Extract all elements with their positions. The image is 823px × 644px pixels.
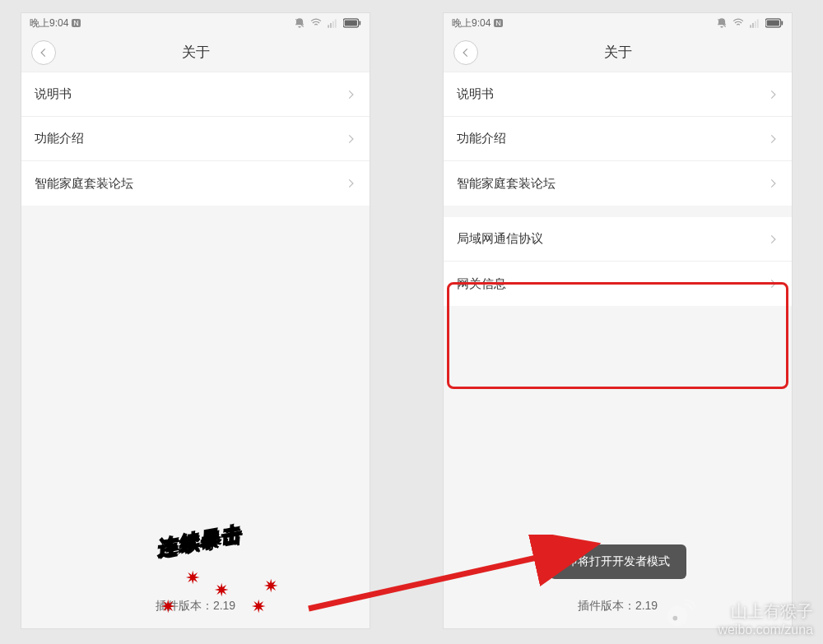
svg-rect-3 xyxy=(332,21,334,28)
row-label: 说明书 xyxy=(457,86,494,102)
wifi-icon xyxy=(732,17,744,29)
dnd-icon xyxy=(716,17,728,29)
list-group-1: 说明书 功能介绍 智能家庭套装论坛 xyxy=(444,72,792,206)
svg-rect-15 xyxy=(781,21,783,25)
row-lan-protocol[interactable]: 局域网通信协议 xyxy=(444,217,792,262)
burst-icon: ✷ xyxy=(160,596,175,618)
watermark: 山上有猴子 weibo.com/zuna xyxy=(718,600,813,637)
burst-icon: ✷ xyxy=(251,596,266,618)
row-label: 说明书 xyxy=(35,86,72,102)
battery-icon xyxy=(765,18,783,28)
status-time: 晚上9:04 xyxy=(30,16,68,30)
watermark-name: 山上有猴子 xyxy=(718,600,813,623)
svg-rect-14 xyxy=(767,21,779,26)
svg-rect-9 xyxy=(750,25,751,28)
wifi-icon xyxy=(310,17,322,29)
svg-rect-10 xyxy=(752,23,754,28)
row-forum[interactable]: 智能家庭套装论坛 xyxy=(444,161,792,206)
chevron-right-icon xyxy=(345,89,356,100)
row-label: 智能家庭套装论坛 xyxy=(35,176,133,192)
row-forum[interactable]: 智能家庭套装论坛 xyxy=(21,161,370,206)
burst-icon: ✷ xyxy=(214,580,229,601)
toast-developer-mode: 即将打开开发者模式 xyxy=(550,544,686,579)
row-label: 网关信息 xyxy=(457,276,506,292)
row-features[interactable]: 功能介绍 xyxy=(444,117,792,161)
chevron-right-icon xyxy=(767,278,779,290)
row-gateway-info[interactable]: 网关信息 xyxy=(444,262,792,306)
svg-rect-12 xyxy=(757,19,759,27)
content-area: 说明书 功能介绍 智能家庭套装论坛 局域网通信协议 网关信息 即将 xyxy=(444,72,792,628)
chevron-right-icon xyxy=(767,178,779,189)
row-label: 局域网通信协议 xyxy=(457,231,543,247)
back-button[interactable] xyxy=(453,40,478,65)
page-title: 关于 xyxy=(21,43,370,62)
status-badge: N xyxy=(494,19,503,27)
back-button[interactable] xyxy=(31,40,56,65)
plugin-version[interactable]: 插件版本：2.19 xyxy=(21,599,370,614)
svg-rect-4 xyxy=(335,19,337,27)
svg-point-19 xyxy=(672,616,677,621)
signal-icon xyxy=(749,17,760,29)
chevron-right-icon xyxy=(767,89,779,100)
status-time: 晚上9:04 xyxy=(452,16,491,30)
dnd-icon xyxy=(294,17,305,29)
list-group-2: 局域网通信协议 网关信息 xyxy=(444,217,792,306)
signal-icon xyxy=(327,17,338,29)
chevron-right-icon xyxy=(767,133,779,145)
svg-rect-1 xyxy=(328,25,329,28)
burst-icon: ✷ xyxy=(185,568,200,589)
svg-rect-7 xyxy=(359,21,360,25)
weibo-logo-icon xyxy=(664,596,695,628)
row-features[interactable]: 功能介绍 xyxy=(21,117,370,161)
status-badge: N xyxy=(72,19,81,27)
svg-rect-2 xyxy=(330,23,332,28)
row-label: 功能介绍 xyxy=(457,131,506,146)
row-label: 功能介绍 xyxy=(35,131,84,146)
chevron-left-icon xyxy=(460,47,472,58)
chevron-right-icon xyxy=(767,234,779,245)
list-group: 说明书 功能介绍 智能家庭套装论坛 xyxy=(21,72,370,206)
status-bar: 晚上9:04 N xyxy=(444,13,792,33)
chevron-right-icon xyxy=(345,178,356,189)
row-label: 智能家庭套装论坛 xyxy=(457,176,556,192)
status-bar: 晚上9:04 N xyxy=(21,13,370,33)
burst-icon: ✷ xyxy=(263,576,278,597)
phone-screenshot-right: 晚上9:04 N 关于 说明书 功能介绍 智能家庭套装论坛 xyxy=(443,12,793,629)
row-manual[interactable]: 说明书 xyxy=(444,72,792,117)
battery-icon xyxy=(343,18,361,28)
svg-point-18 xyxy=(667,605,688,626)
chevron-left-icon xyxy=(38,47,49,58)
svg-rect-6 xyxy=(345,21,357,26)
page-title: 关于 xyxy=(444,43,792,62)
row-manual[interactable]: 说明书 xyxy=(21,72,370,117)
nav-bar: 关于 xyxy=(21,33,370,72)
chevron-right-icon xyxy=(345,133,356,145)
svg-rect-11 xyxy=(755,21,756,28)
nav-bar: 关于 xyxy=(444,33,792,72)
watermark-url: weibo.com/zuna xyxy=(718,623,813,637)
